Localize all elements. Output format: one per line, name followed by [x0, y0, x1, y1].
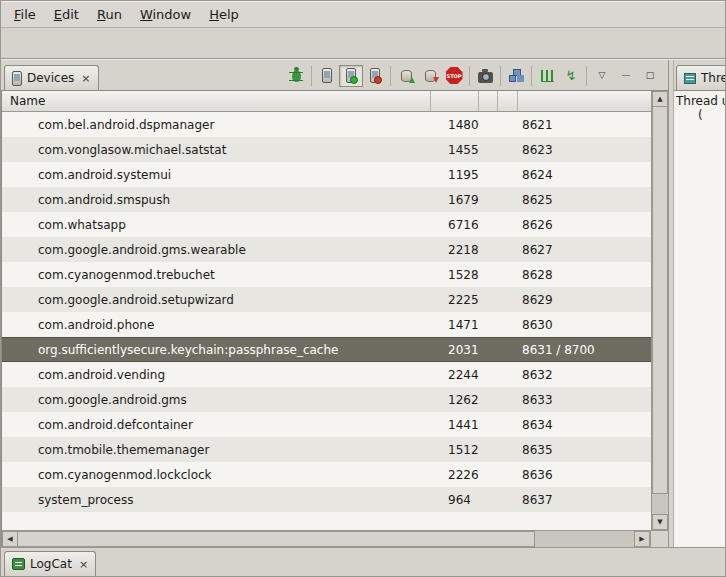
logcat-icon — [12, 558, 25, 570]
table-row[interactable]: com.google.android.gms.wearable221858627 — [2, 237, 651, 262]
device-online-icon[interactable] — [339, 65, 363, 87]
process-name: com.google.android.setupwizard — [2, 293, 431, 307]
process-port: 8629 — [518, 293, 651, 307]
column-header-pid[interactable] — [431, 91, 479, 111]
process-pid: 1471 — [431, 318, 479, 332]
process-name: com.android.smspush — [2, 193, 431, 207]
update-heap-icon[interactable] — [394, 65, 418, 87]
horizontal-scroll-track[interactable] — [18, 531, 634, 547]
process-name: com.whatsapp — [2, 218, 431, 232]
view-menu-icon[interactable]: ▽ — [590, 65, 614, 87]
table-row[interactable]: com.cyanogenmod.trebuchet15288628 — [2, 262, 651, 287]
process-pid: 20311 — [431, 343, 479, 357]
table-row[interactable]: com.google.android.gms126238633 — [2, 387, 651, 412]
process-name: system_process — [2, 493, 431, 507]
dump-hprof-icon[interactable] — [418, 65, 442, 87]
device-delete-icon[interactable] — [363, 65, 387, 87]
process-name: com.cyanogenmod.lockclock — [2, 468, 431, 482]
menu-run[interactable]: Run — [88, 3, 131, 26]
menu-window[interactable]: Window — [131, 3, 200, 26]
process-table-columns: Name com.bel.android.dspmanager14808621c… — [2, 91, 651, 530]
table-row[interactable]: com.vonglasow.michael.satstat145538623 — [2, 137, 651, 162]
devices-pane: Devices × STOP↯▽—□ Name com.bel.android.… — [1, 60, 669, 547]
vertical-scroll-track[interactable] — [652, 107, 668, 514]
threads-message-line2: ( — [676, 108, 723, 122]
process-name: com.android.phone — [2, 318, 431, 332]
process-port: 8633 — [518, 393, 651, 407]
threads-pane-header: Threads × — [674, 60, 725, 91]
table-row[interactable]: com.android.smspush16798625 — [2, 187, 651, 212]
column-header-port[interactable] — [518, 91, 651, 111]
tab-devices[interactable]: Devices × — [4, 65, 99, 90]
menu-help[interactable]: Help — [200, 3, 248, 26]
table-row[interactable]: com.android.defcontainer144118634 — [2, 412, 651, 437]
vertical-scrollbar[interactable]: ▲ ▼ — [651, 91, 668, 530]
menu-file[interactable]: File — [5, 3, 45, 26]
toolbar-group: ▽—□ — [586, 66, 665, 86]
table-row[interactable]: com.android.systemui11958624 — [2, 162, 651, 187]
table-row[interactable]: com.tmobile.thememanager15128635 — [2, 437, 651, 462]
process-port: 8631 / 8700 — [518, 343, 651, 357]
table-row[interactable]: com.android.phone14718630 — [2, 312, 651, 337]
process-name: com.android.systemui — [2, 168, 431, 182]
method-profiling-icon[interactable]: ↯ — [559, 65, 583, 87]
process-pid: 1480 — [431, 118, 479, 132]
tab-devices-label: Devices — [27, 71, 74, 85]
scrollbar-corner — [650, 531, 668, 547]
threads-message-line1: Thread up — [676, 94, 723, 108]
menu-edit[interactable]: Edit — [45, 3, 88, 26]
process-port: 8634 — [518, 418, 651, 432]
process-name: com.tmobile.thememanager — [2, 443, 431, 457]
close-icon[interactable]: × — [81, 72, 90, 85]
table-row[interactable]: org.sufficientlysecure.keychain:passphra… — [2, 337, 651, 362]
close-icon[interactable]: × — [79, 558, 88, 571]
debug-selected-process-icon[interactable] — [284, 65, 308, 87]
table-row[interactable]: com.whatsapp67168626 — [2, 212, 651, 237]
scroll-up-icon[interactable]: ▲ — [652, 91, 668, 107]
process-pid: 1528 — [431, 268, 479, 282]
toolbar-group — [281, 66, 311, 86]
toolbar-group: ↯ — [531, 66, 586, 86]
process-port: 8624 — [518, 168, 651, 182]
table-row[interactable]: com.android.vending224408632 — [2, 362, 651, 387]
device-view-icon[interactable] — [315, 65, 339, 87]
view-hierarchy-icon[interactable] — [504, 65, 528, 87]
scroll-down-icon[interactable]: ▼ — [652, 514, 668, 530]
tab-threads-label: Threads — [701, 71, 725, 85]
scroll-left-icon[interactable]: ◀ — [2, 531, 18, 547]
process-name: com.cyanogenmod.trebuchet — [2, 268, 431, 282]
column-header-name[interactable]: Name — [2, 91, 431, 111]
update-threads-icon[interactable] — [535, 65, 559, 87]
tab-threads[interactable]: Threads × — [676, 65, 725, 90]
vertical-scroll-thumb[interactable] — [652, 107, 668, 494]
menubar: FileEditRunWindowHelp — [1, 1, 725, 28]
maximize-view-icon[interactable]: □ — [638, 65, 662, 87]
horizontal-scrollbar-row: ◀ ▶ — [1, 530, 668, 547]
horizontal-scrollbar[interactable]: ◀ ▶ — [1, 531, 650, 547]
process-port: 8630 — [518, 318, 651, 332]
process-pid: 14553 — [431, 143, 479, 157]
table-row[interactable]: com.google.android.setupwizard222508629 — [2, 287, 651, 312]
process-name: com.vonglasow.michael.satstat — [2, 143, 431, 157]
table-row[interactable]: system_process9648637 — [2, 487, 651, 512]
column-header-blank-2[interactable] — [498, 91, 518, 111]
horizontal-scroll-thumb[interactable] — [18, 531, 535, 547]
minimize-view-icon[interactable]: — — [614, 65, 638, 87]
toolbar-group — [500, 66, 531, 86]
device-icon — [12, 71, 22, 86]
threads-message: Thread up ( — [674, 91, 725, 547]
toolbar-group: STOP — [390, 66, 469, 86]
table-header: Name — [2, 91, 651, 112]
process-pid: 964 — [431, 493, 479, 507]
scroll-right-icon[interactable]: ▶ — [634, 531, 650, 547]
screen-capture-icon[interactable] — [473, 65, 497, 87]
process-table: Name com.bel.android.dspmanager14808621c… — [1, 91, 668, 530]
process-pid: 1512 — [431, 443, 479, 457]
table-row[interactable]: com.bel.android.dspmanager14808621 — [2, 112, 651, 137]
table-row[interactable]: com.cyanogenmod.lockclock222658636 — [2, 462, 651, 487]
process-port: 8636 — [518, 468, 651, 482]
process-pid: 22250 — [431, 293, 479, 307]
tab-logcat[interactable]: LogCat × — [4, 551, 96, 576]
column-header-blank-1[interactable] — [479, 91, 498, 111]
stop-process-icon[interactable]: STOP — [442, 65, 466, 87]
